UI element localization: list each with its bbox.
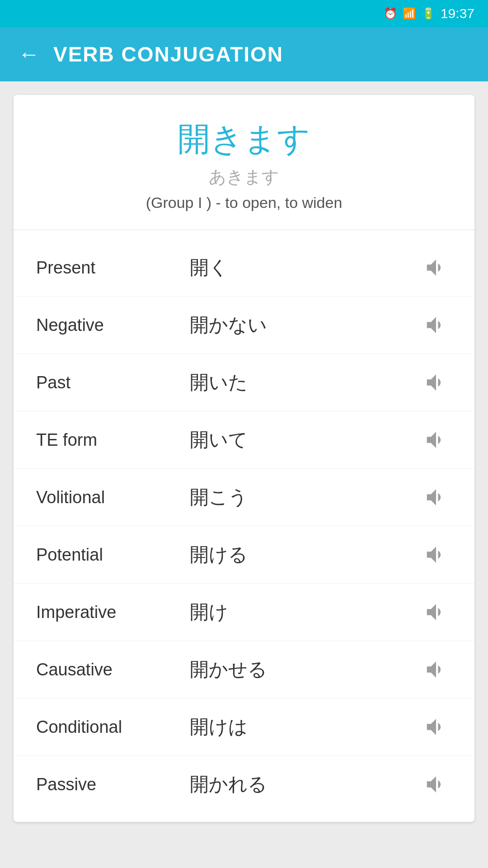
conjugation-value: 開こう <box>190 485 420 510</box>
alarm-icon: ⏰ <box>384 7 397 20</box>
sound-button[interactable] <box>420 769 452 800</box>
signal-icon: 📶 <box>403 7 416 20</box>
table-row[interactable]: Potential開ける <box>14 526 474 584</box>
conjugation-value: 開ける <box>190 542 420 567</box>
sound-button[interactable] <box>420 596 452 628</box>
conjugation-value: 開く <box>190 255 420 280</box>
verb-header: 開きます あきます (Group I ) - to open, to widen <box>14 95 474 230</box>
table-row[interactable]: Past開いた <box>14 354 474 411</box>
conjugation-label: Causative <box>36 660 190 679</box>
table-row[interactable]: Negative開かない <box>14 297 474 354</box>
conjugation-label: Negative <box>36 316 190 335</box>
conjugation-value: 開いて <box>190 427 420 453</box>
content-area: 開きます あきます (Group I ) - to open, to widen… <box>0 81 488 868</box>
conjugation-label: Volitional <box>36 488 190 507</box>
conjugation-list: Present開く Negative開かない Past開いた TE form開い… <box>14 230 474 822</box>
sound-button[interactable] <box>420 539 452 571</box>
table-row[interactable]: TE form開いて <box>14 411 474 469</box>
conjugation-value: 開かせる <box>190 657 420 682</box>
table-row[interactable]: Conditional開けは <box>14 698 474 756</box>
status-bar: ⏰ 📶 🔋 19:37 <box>0 0 488 27</box>
verb-meaning: (Group I ) - to open, to widen <box>32 194 456 212</box>
battery-icon: 🔋 <box>422 7 435 20</box>
conjugation-label: Potential <box>36 545 190 565</box>
conjugation-label: Passive <box>36 775 190 794</box>
verb-kana: あきます <box>32 165 456 189</box>
table-row[interactable]: Passive開かれる <box>14 756 474 813</box>
sound-button[interactable] <box>420 309 452 341</box>
sound-button[interactable] <box>420 711 452 743</box>
conjugation-label: Past <box>36 373 190 392</box>
conjugation-label: Conditional <box>36 717 190 737</box>
conjugation-value: 開かない <box>190 312 420 338</box>
sound-button[interactable] <box>420 481 452 513</box>
verb-kanji: 開きます <box>32 118 456 161</box>
sound-button[interactable] <box>420 424 452 456</box>
app-bar: ← VERB CONJUGATION <box>0 27 488 81</box>
conjugation-value: 開けは <box>190 714 420 740</box>
table-row[interactable]: Imperative開け <box>14 584 474 641</box>
app-title: VERB CONJUGATION <box>53 42 283 66</box>
conjugation-label: Imperative <box>36 603 190 622</box>
sound-button[interactable] <box>420 252 452 283</box>
back-button[interactable]: ← <box>18 43 40 65</box>
table-row[interactable]: Volitional開こう <box>14 469 474 526</box>
sound-button[interactable] <box>420 367 452 398</box>
main-card: 開きます あきます (Group I ) - to open, to widen… <box>14 95 474 822</box>
table-row[interactable]: Present開く <box>14 239 474 297</box>
table-row[interactable]: Causative開かせる <box>14 641 474 698</box>
conjugation-label: Present <box>36 258 190 278</box>
status-time: 19:37 <box>441 6 474 21</box>
sound-button[interactable] <box>420 654 452 685</box>
conjugation-value: 開け <box>190 599 420 625</box>
status-icons: ⏰ 📶 🔋 19:37 <box>384 6 474 21</box>
conjugation-value: 開いた <box>190 370 420 395</box>
conjugation-label: TE form <box>36 430 190 450</box>
conjugation-value: 開かれる <box>190 772 420 797</box>
